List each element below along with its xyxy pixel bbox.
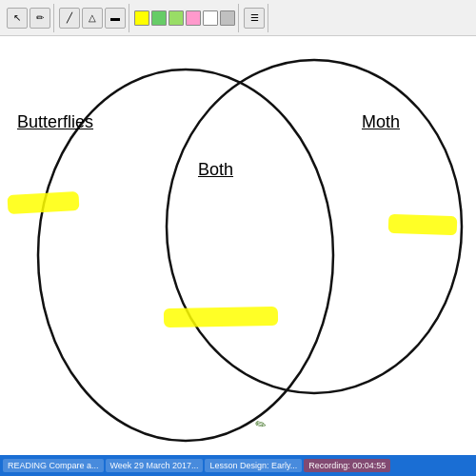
toolbar: ↖ ✏ ╱ △ ▬ ☰: [0, 0, 476, 36]
butterflies-label: Butterflies: [17, 112, 93, 132]
moth-label: Moth: [362, 112, 400, 132]
color-white[interactable]: [203, 10, 218, 26]
tool-group-select: ↖ ✏: [4, 4, 54, 32]
color-group: [131, 4, 239, 32]
taskbar-item-lesson[interactable]: Lesson Design: Early...: [205, 459, 302, 472]
tool-group-misc: ☰: [241, 4, 268, 32]
pencil-tool[interactable]: ✏: [30, 8, 50, 29]
cursor-tool[interactable]: ↖: [7, 8, 28, 29]
color-yellow[interactable]: [134, 10, 149, 26]
taskbar-item-week[interactable]: Week 29 March 2017...: [106, 459, 204, 472]
highlight-left: [8, 191, 80, 214]
highlight-right: [388, 214, 458, 236]
shape-tool[interactable]: △: [82, 8, 103, 29]
highlighter-tool[interactable]: ▬: [105, 8, 126, 29]
color-pink[interactable]: [186, 10, 201, 26]
color-gray[interactable]: [220, 10, 235, 26]
taskbar-item-reading[interactable]: READING Compare a...: [3, 459, 104, 472]
highlight-center: [164, 307, 278, 327]
line-tool[interactable]: ╱: [59, 8, 80, 29]
tool-group-shapes: ╱ △ ▬: [56, 4, 129, 32]
color-green1[interactable]: [151, 10, 167, 26]
canvas-area[interactable]: Butterflies Moth Both ✏: [0, 36, 476, 476]
both-label: Both: [198, 160, 233, 180]
color-green2[interactable]: [169, 10, 184, 26]
list-tool[interactable]: ☰: [244, 8, 265, 29]
taskbar-item-recording[interactable]: Recording: 00:04:55: [304, 459, 390, 472]
venn-diagram: [0, 36, 476, 476]
taskbar: READING Compare a... Week 29 March 2017.…: [0, 455, 476, 476]
